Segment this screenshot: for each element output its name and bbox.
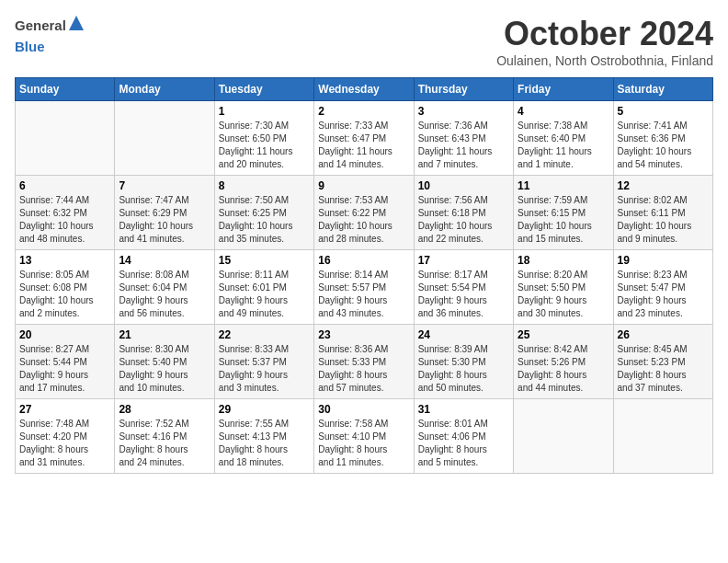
day-cell: 12Sunrise: 8:02 AM Sunset: 6:11 PM Dayli… [613, 176, 712, 250]
day-info: Sunrise: 7:58 AM Sunset: 4:10 PM Dayligh… [318, 418, 409, 469]
day-info: Sunrise: 8:45 AM Sunset: 5:23 PM Dayligh… [618, 343, 709, 395]
calendar-table: SundayMondayTuesdayWednesdayThursdayFrid… [15, 77, 713, 474]
day-info: Sunrise: 8:01 AM Sunset: 4:06 PM Dayligh… [418, 418, 509, 469]
day-info: Sunrise: 7:56 AM Sunset: 6:18 PM Dayligh… [418, 194, 509, 246]
day-number: 7 [119, 179, 210, 192]
day-cell: 9Sunrise: 7:53 AM Sunset: 6:22 PM Daylig… [314, 176, 414, 250]
day-number: 19 [618, 254, 709, 267]
day-cell: 25Sunrise: 8:42 AM Sunset: 5:26 PM Dayli… [514, 325, 613, 399]
day-number: 3 [418, 105, 509, 118]
day-info: Sunrise: 8:08 AM Sunset: 6:04 PM Dayligh… [119, 269, 210, 320]
day-cell: 26Sunrise: 8:45 AM Sunset: 5:23 PM Dayli… [613, 325, 712, 399]
day-cell: 22Sunrise: 8:33 AM Sunset: 5:37 PM Dayli… [214, 325, 313, 399]
day-number: 18 [518, 254, 609, 267]
day-number: 4 [518, 105, 609, 118]
day-info: Sunrise: 8:42 AM Sunset: 5:26 PM Dayligh… [518, 343, 609, 395]
day-number: 22 [219, 328, 310, 341]
header-day-tuesday: Tuesday [214, 78, 313, 101]
day-cell: 14Sunrise: 8:08 AM Sunset: 6:04 PM Dayli… [115, 250, 214, 325]
page-header: General Blue October 2024 Oulainen, Nort… [15, 15, 713, 68]
day-cell: 21Sunrise: 8:30 AM Sunset: 5:40 PM Dayli… [115, 325, 214, 399]
day-number: 17 [418, 254, 509, 267]
week-row-5: 27Sunrise: 7:48 AM Sunset: 4:20 PM Dayli… [16, 399, 713, 474]
day-number: 9 [318, 179, 409, 192]
day-number: 27 [19, 403, 110, 416]
logo-blue: Blue [15, 39, 45, 54]
day-cell: 28Sunrise: 7:52 AM Sunset: 4:16 PM Dayli… [115, 399, 214, 474]
day-number: 10 [418, 179, 509, 192]
day-cell: 31Sunrise: 8:01 AM Sunset: 4:06 PM Dayli… [414, 399, 513, 474]
day-number: 16 [318, 254, 409, 267]
day-info: Sunrise: 7:50 AM Sunset: 6:25 PM Dayligh… [219, 194, 310, 246]
day-cell: 3Sunrise: 7:36 AM Sunset: 6:43 PM Daylig… [414, 101, 513, 176]
day-cell [514, 399, 613, 474]
week-row-2: 6Sunrise: 7:44 AM Sunset: 6:32 PM Daylig… [16, 176, 713, 250]
day-cell: 29Sunrise: 7:55 AM Sunset: 4:13 PM Dayli… [214, 399, 313, 474]
day-cell: 8Sunrise: 7:50 AM Sunset: 6:25 PM Daylig… [214, 176, 313, 250]
day-cell: 6Sunrise: 7:44 AM Sunset: 6:32 PM Daylig… [16, 176, 115, 250]
day-number: 12 [618, 179, 709, 192]
day-cell [16, 101, 115, 176]
title-block: October 2024 Oulainen, North Ostrobothni… [496, 15, 713, 68]
day-cell: 10Sunrise: 7:56 AM Sunset: 6:18 PM Dayli… [414, 176, 513, 250]
day-cell: 1Sunrise: 7:30 AM Sunset: 6:50 PM Daylig… [214, 101, 313, 176]
day-info: Sunrise: 7:30 AM Sunset: 6:50 PM Dayligh… [219, 120, 310, 171]
week-row-1: 1Sunrise: 7:30 AM Sunset: 6:50 PM Daylig… [16, 101, 713, 176]
day-info: Sunrise: 7:36 AM Sunset: 6:43 PM Dayligh… [418, 120, 509, 171]
header-day-monday: Monday [115, 78, 214, 101]
header-day-sunday: Sunday [16, 78, 115, 101]
day-info: Sunrise: 7:53 AM Sunset: 6:22 PM Dayligh… [318, 194, 409, 246]
day-info: Sunrise: 8:27 AM Sunset: 5:44 PM Dayligh… [19, 343, 110, 395]
day-info: Sunrise: 8:17 AM Sunset: 5:54 PM Dayligh… [418, 269, 509, 320]
day-info: Sunrise: 7:48 AM Sunset: 4:20 PM Dayligh… [19, 418, 110, 469]
day-cell: 15Sunrise: 8:11 AM Sunset: 6:01 PM Dayli… [214, 250, 313, 325]
day-number: 14 [119, 254, 210, 267]
day-info: Sunrise: 7:41 AM Sunset: 6:36 PM Dayligh… [618, 120, 709, 171]
day-number: 26 [618, 328, 709, 341]
calendar-header: SundayMondayTuesdayWednesdayThursdayFrid… [16, 78, 713, 101]
day-info: Sunrise: 7:38 AM Sunset: 6:40 PM Dayligh… [518, 120, 609, 171]
day-number: 21 [119, 328, 210, 341]
day-number: 28 [119, 403, 210, 416]
day-info: Sunrise: 7:59 AM Sunset: 6:15 PM Dayligh… [518, 194, 609, 246]
day-number: 1 [219, 105, 310, 118]
day-info: Sunrise: 8:36 AM Sunset: 5:33 PM Dayligh… [318, 343, 409, 395]
day-info: Sunrise: 8:20 AM Sunset: 5:50 PM Dayligh… [518, 269, 609, 320]
day-number: 5 [618, 105, 709, 118]
day-info: Sunrise: 8:30 AM Sunset: 5:40 PM Dayligh… [119, 343, 210, 395]
day-number: 25 [518, 328, 609, 341]
day-info: Sunrise: 8:39 AM Sunset: 5:30 PM Dayligh… [418, 343, 509, 395]
day-info: Sunrise: 7:47 AM Sunset: 6:29 PM Dayligh… [119, 194, 210, 246]
day-cell: 2Sunrise: 7:33 AM Sunset: 6:47 PM Daylig… [314, 101, 414, 176]
week-row-4: 20Sunrise: 8:27 AM Sunset: 5:44 PM Dayli… [16, 325, 713, 399]
month-title: October 2024 [496, 15, 713, 53]
day-number: 15 [219, 254, 310, 267]
day-cell: 7Sunrise: 7:47 AM Sunset: 6:29 PM Daylig… [115, 176, 214, 250]
day-cell: 30Sunrise: 7:58 AM Sunset: 4:10 PM Dayli… [314, 399, 414, 474]
week-row-3: 13Sunrise: 8:05 AM Sunset: 6:08 PM Dayli… [16, 250, 713, 325]
day-info: Sunrise: 7:44 AM Sunset: 6:32 PM Dayligh… [19, 194, 110, 246]
day-number: 2 [318, 105, 409, 118]
logo: General Blue [15, 15, 85, 56]
header-row: SundayMondayTuesdayWednesdayThursdayFrid… [16, 78, 713, 101]
day-cell: 11Sunrise: 7:59 AM Sunset: 6:15 PM Dayli… [514, 176, 613, 250]
day-cell: 16Sunrise: 8:14 AM Sunset: 5:57 PM Dayli… [314, 250, 414, 325]
day-cell: 24Sunrise: 8:39 AM Sunset: 5:30 PM Dayli… [414, 325, 513, 399]
day-cell: 23Sunrise: 8:36 AM Sunset: 5:33 PM Dayli… [314, 325, 414, 399]
day-number: 23 [318, 328, 409, 341]
day-info: Sunrise: 7:55 AM Sunset: 4:13 PM Dayligh… [219, 418, 310, 469]
day-number: 31 [418, 403, 509, 416]
calendar-body: 1Sunrise: 7:30 AM Sunset: 6:50 PM Daylig… [16, 101, 713, 474]
day-info: Sunrise: 7:52 AM Sunset: 4:16 PM Dayligh… [119, 418, 210, 469]
day-info: Sunrise: 7:33 AM Sunset: 6:47 PM Dayligh… [318, 120, 409, 171]
day-cell: 5Sunrise: 7:41 AM Sunset: 6:36 PM Daylig… [613, 101, 712, 176]
header-day-thursday: Thursday [414, 78, 513, 101]
day-cell: 18Sunrise: 8:20 AM Sunset: 5:50 PM Dayli… [514, 250, 613, 325]
header-day-saturday: Saturday [613, 78, 712, 101]
day-number: 13 [19, 254, 110, 267]
day-cell [115, 101, 214, 176]
day-cell: 4Sunrise: 7:38 AM Sunset: 6:40 PM Daylig… [514, 101, 613, 176]
day-cell: 13Sunrise: 8:05 AM Sunset: 6:08 PM Dayli… [16, 250, 115, 325]
day-cell: 27Sunrise: 7:48 AM Sunset: 4:20 PM Dayli… [16, 399, 115, 474]
day-cell [613, 399, 712, 474]
